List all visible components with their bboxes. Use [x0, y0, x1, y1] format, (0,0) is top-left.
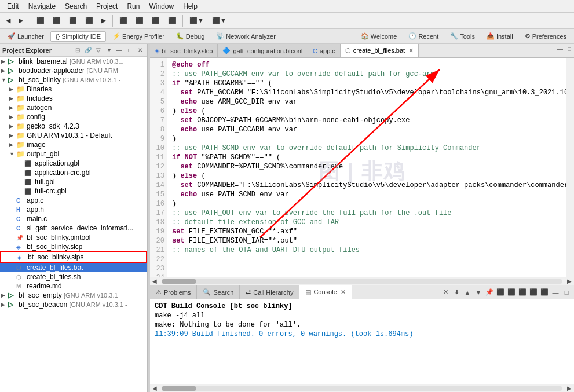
code-editor[interactable]: @echo off:: use PATH_GCCARM env var to o… [167, 58, 566, 277]
toolbar-btn2[interactable]: ⬛ [49, 16, 64, 25]
tree-item[interactable]: ▶📁config [0, 112, 147, 122]
tree-item[interactable]: ⬛full.gbl [0, 177, 147, 186]
editor-maximize-button[interactable]: □ [565, 44, 574, 53]
menu-search[interactable]: Search [60, 1, 92, 12]
pin-console-button[interactable]: 📌 [484, 287, 495, 298]
tree-item[interactable]: ◈bt_soc_blinky.slps [0, 251, 147, 263]
editor-scrollbar[interactable] [566, 58, 574, 277]
tab-close-bat[interactable]: ✕ [408, 47, 414, 54]
project-tree[interactable]: ▶▷blink_baremetal [GNU ARM v10.3...▶▷boo… [0, 57, 147, 392]
maximize-panel-button[interactable]: □ [125, 46, 134, 55]
perspective-simplicity-ide[interactable]: {} Simplicity IDE [50, 31, 106, 42]
toolbar-btn7[interactable]: ⬛ [132, 16, 147, 25]
toolbar-btn3[interactable]: ⬛ [65, 16, 81, 25]
view-menu-button[interactable]: ▾ [104, 46, 114, 55]
menu-run[interactable]: Run [122, 1, 144, 12]
scroll-lock-button[interactable]: ⬇ [451, 287, 462, 298]
tree-item[interactable]: ▶▷blink_baremetal [GNU ARM v10.3... [0, 57, 147, 66]
tree-item[interactable]: ▶📁Binaries [0, 85, 147, 94]
tab-slcp[interactable]: ◈ bt_soc_blinky.slcp [150, 44, 218, 57]
console-scroll-track[interactable] [162, 386, 562, 391]
clear-console-button[interactable]: ✕ [440, 287, 451, 298]
perspective-preferences[interactable]: ⚙ Preferences [520, 31, 572, 42]
bottom-tab-search[interactable]: 🔍 Search [197, 285, 240, 299]
tree-item[interactable]: ⬛full-crc.gbl [0, 186, 147, 196]
menu-project[interactable]: Project [92, 1, 122, 12]
bottom-tab-console[interactable]: ▤ Console ✕ [299, 285, 352, 299]
tree-item[interactable]: ▼▷bt_soc_blinky [GNU ARM v10.3.1 - [0, 75, 147, 85]
tree-item[interactable]: ▶📁autogen [0, 103, 147, 112]
console-scroll-left[interactable]: ◀ [150, 384, 159, 393]
toolbar-btn9[interactable]: ⬛ [164, 16, 180, 25]
toolbar-forward[interactable]: ▶ [15, 16, 27, 25]
console-horizontal-scroll[interactable]: ◀ ▶ [150, 384, 574, 392]
toolbar-btn4[interactable]: ⬛ [82, 16, 97, 25]
toolbar-debug[interactable]: ⬛▼ [209, 16, 230, 25]
console-btn5[interactable]: ⬛ [528, 287, 539, 298]
tree-item[interactable]: ⬛application-crc.gbl [0, 168, 147, 177]
bottom-minimize-button[interactable]: — [550, 287, 561, 298]
console-scroll-thumb[interactable] [162, 386, 196, 391]
menu-window[interactable]: Window [144, 1, 178, 12]
tree-item[interactable]: Happ.h [0, 205, 147, 214]
toolbar-btn8[interactable]: ⬛ [148, 16, 163, 25]
tab-btconf[interactable]: 🔷 gatt_configuration.btconf [218, 44, 308, 57]
prev-result-button[interactable]: ▲ [462, 287, 473, 298]
tree-item[interactable]: Mreadme.md [0, 281, 147, 291]
tree-item[interactable]: Capp.c [0, 196, 147, 205]
perspective-energy-profiler[interactable]: ⚡ Energy Profiler [107, 31, 170, 42]
tree-item[interactable]: ▶▷bt_soc_ibeacon [GNU ARM v10.3.1 - [0, 300, 147, 309]
tree-item[interactable]: Csl_gatt_service_device_informati... [0, 224, 147, 233]
scroll-track[interactable] [162, 279, 562, 284]
tree-item[interactable]: ▶▷bootloader-apploader [GNU ARM [0, 66, 147, 75]
minimize-panel-button[interactable]: — [115, 46, 124, 55]
perspective-debug[interactable]: 🐛 Debug [171, 31, 210, 42]
collapse-all-button[interactable]: ⊟ [73, 46, 82, 55]
toolbar-btn5[interactable]: ▶ [98, 16, 109, 25]
editor-horizontal-scroll[interactable]: ◀ ▶ [150, 277, 574, 285]
editor-minimize-button[interactable]: — [555, 44, 565, 53]
tree-item[interactable]: ⬡create_bl_files.sh [0, 272, 147, 281]
toolbar-btn6[interactable]: ⬛ [116, 16, 131, 25]
perspective-launcher[interactable]: 🚀 Launcher [2, 31, 49, 42]
tab-appc[interactable]: C app.c [308, 44, 341, 57]
scroll-left-button[interactable]: ◀ [150, 277, 159, 285]
tab-bat[interactable]: ⬡ create_bl_files.bat ✕ [341, 44, 419, 57]
tree-item[interactable]: ◈bt_soc_blinky.slcp [0, 242, 147, 251]
console-scroll-right[interactable]: ▶ [565, 384, 574, 393]
console-btn2[interactable]: ⬛ [495, 287, 506, 298]
tree-item[interactable]: Cmain.c [0, 214, 147, 224]
tree-item[interactable]: ⬛application.gbl [0, 159, 147, 168]
bottom-maximize-button[interactable]: □ [561, 287, 572, 298]
tree-item[interactable]: ⬡create_bl_files.bat [0, 263, 147, 272]
menu-help[interactable]: Help [178, 1, 202, 12]
scroll-right-button[interactable]: ▶ [565, 277, 574, 285]
next-result-button[interactable]: ▼ [473, 287, 484, 298]
tree-item[interactable]: ▶📁gecko_sdk_4.2.3 [0, 122, 147, 131]
perspective-install[interactable]: 📥 Install [481, 31, 518, 42]
bottom-tab-problems[interactable]: ⚠ Problems [150, 285, 197, 299]
perspective-welcome[interactable]: 🏠 Welcome [356, 31, 403, 42]
console-close-button[interactable]: ✕ [341, 288, 346, 296]
close-panel-button[interactable]: ✕ [136, 46, 145, 55]
perspective-network-analyzer[interactable]: 📡 Network Analyzer [211, 31, 281, 42]
toolbar-run[interactable]: ⬛▼ [186, 16, 207, 25]
perspective-tools[interactable]: 🔧 Tools [445, 31, 480, 42]
perspective-recent[interactable]: 🕐 Recent [403, 31, 444, 42]
tree-item[interactable]: ▶📁Includes [0, 94, 147, 103]
tree-item[interactable]: ▼📁output_gbl [0, 149, 147, 159]
scroll-thumb[interactable] [162, 279, 196, 284]
filter-button[interactable]: ▽ [94, 46, 103, 55]
tree-item[interactable]: ▶📁image [0, 140, 147, 149]
toolbar-btn1[interactable]: ⬛ [33, 16, 48, 25]
console-btn6[interactable]: ⬛ [539, 287, 550, 298]
bottom-tab-call-hierarchy[interactable]: ⇄ Call Hierarchy [240, 285, 299, 299]
toolbar-back[interactable]: ◀ [2, 16, 14, 25]
tree-item[interactable]: 📌bt_soc_blinky.pintool [0, 233, 147, 242]
menu-edit[interactable]: Edit [2, 1, 24, 12]
console-btn3[interactable]: ⬛ [506, 287, 517, 298]
tree-item[interactable]: ▶📁GNU ARM v10.3.1 - Default [0, 131, 147, 140]
link-with-editor-button[interactable]: 🔗 [83, 46, 93, 55]
menu-navigate[interactable]: Navigate [24, 1, 60, 12]
console-btn4[interactable]: ⬛ [517, 287, 528, 298]
